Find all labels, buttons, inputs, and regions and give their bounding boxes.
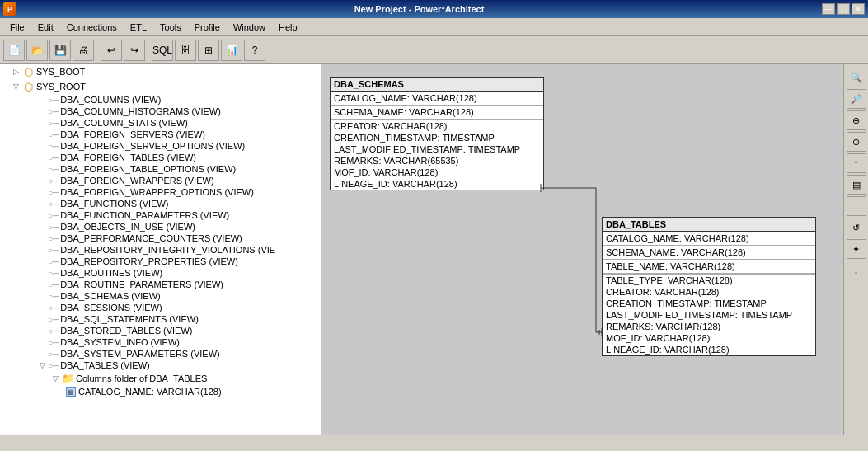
expand-arrow — [40, 119, 48, 127]
expand-arrow — [40, 142, 48, 150]
toolbar-btn-print[interactable]: 🖨 — [73, 40, 94, 61]
toolbar-btn-sql[interactable]: SQL — [152, 40, 173, 61]
view-icon: ○─ — [48, 130, 59, 139]
right-btn-refresh[interactable]: ↺ — [847, 218, 866, 237]
tree-item-6[interactable]: ○─DBA_FOREIGN_TABLE_OPTIONS (VIEW) — [0, 163, 321, 175]
tree-label: DBA_SESSIONS (VIEW) — [60, 303, 162, 312]
table-field: REMARKS: VARCHAR(128) — [603, 321, 815, 332]
canvas-panel[interactable]: DBA_SCHEMASCATALOG_NAME: VARCHAR(128)SCH… — [321, 64, 843, 435]
tree-item-16[interactable]: ○─DBA_ROUTINE_PARAMETERS (VIEW) — [0, 279, 321, 290]
tree-item-21[interactable]: ○─DBA_SYSTEM_INFO (VIEW) — [0, 336, 321, 348]
tree-item-14[interactable]: ○─DBA_REPOSITORY_PROPERTIES (VIEW) — [0, 256, 321, 267]
tree-item-13[interactable]: ○─DBA_REPOSITORY_INTEGRITY_VIOLATIONS (V… — [0, 244, 321, 256]
table-field: CREATION_TIMESTAMP: TIMESTAMP — [331, 132, 543, 143]
tree-label: SYS_ROOT — [36, 82, 86, 92]
minimize-button[interactable]: — — [822, 3, 835, 15]
tree-item-1[interactable]: ○─DBA_COLUMN_HISTOGRAMS (VIEW) — [0, 106, 321, 117]
right-btn-comment[interactable]: ▤ — [847, 175, 866, 195]
tree-item-17[interactable]: ○─DBA_SCHEMAS (VIEW) — [0, 290, 321, 302]
tree-item-4[interactable]: ○─DBA_FOREIGN_SERVER_OPTIONS (VIEW) — [0, 140, 321, 152]
tree-item-3[interactable]: ○─DBA_FOREIGN_SERVERS (VIEW) — [0, 129, 321, 140]
main-area: ▷⬡SYS_BOOT▽⬡SYS_ROOT ○─DBA_COLUMNS (VIEW… — [0, 64, 868, 435]
close-button[interactable]: ✕ — [852, 3, 865, 15]
tree-item-11[interactable]: ○─DBA_OBJECTS_IN_USE (VIEW) — [0, 221, 321, 233]
table-pk-field: SCHEMA_NAME: VARCHAR(128) — [603, 246, 815, 260]
tree-label: DBA_FOREIGN_SERVERS (VIEW) — [60, 129, 205, 139]
menu-item-connections[interactable]: Connections — [60, 21, 124, 34]
menu-item-window[interactable]: Window — [227, 21, 272, 34]
tree-item-9[interactable]: ○─DBA_FUNCTIONS (VIEW) — [0, 198, 321, 209]
right-btn-zoom-fit[interactable]: ⊕ — [847, 110, 866, 130]
expand-arrow — [40, 257, 48, 265]
tree-item-8[interactable]: ○─DBA_FOREIGN_WRAPPER_OPTIONS (VIEW) — [0, 186, 321, 198]
maximize-button[interactable]: □ — [837, 3, 850, 15]
expand-arrow — [40, 234, 48, 242]
right-btn-zoom-out[interactable]: 🔎 — [847, 89, 866, 109]
tree-label: DBA_REPOSITORY_PROPERTIES (VIEW) — [60, 256, 238, 266]
table-pk-field: CATALOG_NAME: VARCHAR(128) — [331, 92, 543, 106]
right-btn-zoom-in[interactable]: 🔍 — [847, 68, 866, 87]
window-controls: — □ ✕ — [822, 3, 865, 15]
tree-item-cols-folder[interactable]: ▽📁Columns folder of DBA_TABLES — [0, 371, 321, 386]
tree-panel[interactable]: ▷⬡SYS_BOOT▽⬡SYS_ROOT ○─DBA_COLUMNS (VIEW… — [0, 64, 321, 435]
view-icon: ○─ — [48, 176, 59, 186]
tree-item-15[interactable]: ○─DBA_ROUTINES (VIEW) — [0, 267, 321, 279]
view-icon: ○─ — [48, 234, 59, 243]
toolbar-btn-open[interactable]: 📂 — [26, 40, 48, 61]
expand-arrow — [40, 269, 48, 277]
expand-arrow — [40, 338, 48, 346]
tree-item-catalog-name[interactable]: ▤CATALOG_NAME: VARCHAR(128) — [0, 386, 321, 397]
expand-arrow — [40, 246, 48, 254]
tree-label: DBA_ROUTINES (VIEW) — [60, 268, 162, 278]
toolbar-btn-save[interactable]: 💾 — [49, 40, 71, 61]
table-box-dba-schemas-box[interactable]: DBA_SCHEMASCATALOG_NAME: VARCHAR(128)SCH… — [330, 77, 544, 190]
toolbar-btn-schema[interactable]: ⊞ — [198, 40, 219, 61]
tree-item-sys-boot[interactable]: ▷⬡SYS_BOOT — [0, 64, 321, 79]
table-field: REMARKS: VARCHAR(65535) — [331, 155, 543, 167]
menu-item-help[interactable]: Help — [272, 21, 304, 34]
tree-label: DBA_TABLES (VIEW) — [60, 360, 150, 370]
tree-item-sys-root[interactable]: ▽⬡SYS_ROOT — [0, 79, 321, 94]
tree-item-10[interactable]: ○─DBA_FUNCTION_PARAMETERS (VIEW) — [0, 209, 321, 221]
tree-item-0[interactable]: ○─DBA_COLUMNS (VIEW) — [0, 94, 321, 106]
tree-item-19[interactable]: ○─DBA_SQL_STATEMENTS (VIEW) — [0, 313, 321, 325]
menu-item-edit[interactable]: Edit — [31, 21, 60, 34]
toolbar-btn-chart[interactable]: 📊 — [221, 40, 242, 61]
menu-item-profile[interactable]: Profile — [188, 21, 227, 34]
view-icon: ○─ — [48, 165, 59, 174]
view-icon: ○─ — [48, 361, 59, 370]
menu-item-file[interactable]: File — [3, 21, 31, 34]
tree-item-7[interactable]: ○─DBA_FOREIGN_WRAPPERS (VIEW) — [0, 175, 321, 186]
toolbar-btn-db[interactable]: 🗄 — [175, 40, 196, 61]
right-btn-layer-down[interactable]: ↓ — [847, 196, 866, 216]
expand-arrow — [40, 200, 48, 208]
tree-label: DBA_FUNCTIONS (VIEW) — [60, 199, 168, 209]
tree-item-12[interactable]: ○─DBA_PERFORMANCE_COUNTERS (VIEW) — [0, 233, 321, 244]
view-icon: ○─ — [48, 142, 59, 151]
status-scrollbar[interactable] — [3, 437, 865, 450]
tree-label: DBA_SYSTEM_PARAMETERS (VIEW) — [60, 349, 220, 359]
right-btn-arrow-down2[interactable]: ↓ — [847, 261, 866, 280]
right-btn-zoom-reset[interactable]: ⊙ — [847, 132, 866, 152]
table-box-dba-tables-box[interactable]: DBA_TABLESCATALOG_NAME: VARCHAR(128)SCHE… — [602, 217, 816, 356]
menu-item-etl[interactable]: ETL — [124, 21, 153, 34]
toolbar-btn-redo[interactable]: ↪ — [124, 40, 145, 61]
expand-arrow — [40, 176, 48, 185]
table-pk-field: CATALOG_NAME: VARCHAR(128) — [603, 232, 815, 246]
right-btn-export-up[interactable]: ↑ — [847, 153, 866, 173]
tree-item-2[interactable]: ○─DBA_COLUMN_STATS (VIEW) — [0, 117, 321, 129]
view-icon: ○─ — [48, 119, 59, 128]
right-btn-add[interactable]: ✦ — [847, 239, 866, 259]
tree-label: SYS_BOOT — [36, 67, 85, 77]
toolbar-btn-undo[interactable]: ↩ — [101, 40, 122, 61]
menu-item-tools[interactable]: Tools — [153, 21, 188, 34]
toolbar-btn-help[interactable]: ? — [244, 40, 265, 61]
toolbar-btn-new[interactable]: 📄 — [3, 40, 25, 61]
expand-arrow: ▷ — [13, 68, 21, 76]
tree-item-dba-tables[interactable]: ▽○─DBA_TABLES (VIEW) — [0, 359, 321, 371]
title-bar: P New Project - Power*Architect — □ ✕ — [0, 0, 868, 18]
tree-item-5[interactable]: ○─DBA_FOREIGN_TABLES (VIEW) — [0, 152, 321, 163]
tree-item-20[interactable]: ○─DBA_STORED_TABLES (VIEW) — [0, 325, 321, 336]
tree-item-18[interactable]: ○─DBA_SESSIONS (VIEW) — [0, 302, 321, 313]
tree-item-22[interactable]: ○─DBA_SYSTEM_PARAMETERS (VIEW) — [0, 348, 321, 359]
